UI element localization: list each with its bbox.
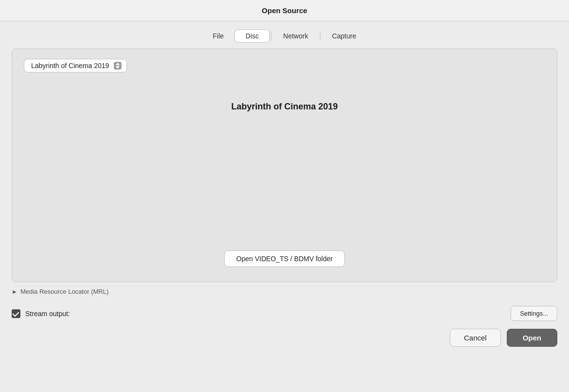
tab-disc[interactable]: Disc (234, 29, 270, 43)
dialog-content: File Disc Network Capture Labyrinth of C… (0, 21, 569, 392)
disc-dropdown[interactable]: Labyrinth of Cinema 2019 (24, 59, 127, 72)
stream-output-checkbox[interactable] (12, 309, 20, 318)
center-area: Labyrinth of Cinema 2019 Open VIDEO_TS /… (24, 87, 545, 267)
down-arrow-icon (116, 66, 120, 69)
open-button[interactable]: Open (507, 329, 557, 347)
tab-separator-2 (320, 32, 320, 40)
mrl-row[interactable]: ► Media Resource Locator (MRL) (12, 282, 557, 297)
main-panel: Labyrinth of Cinema 2019 Labyrinth of Ci… (12, 49, 557, 282)
open-folder-button[interactable]: Open VIDEO_TS / BDMV folder (224, 250, 345, 267)
stream-output-label: Stream output: (25, 310, 70, 318)
tab-separator-1 (271, 32, 271, 40)
disc-title-large: Labyrinth of Cinema 2019 (24, 102, 545, 112)
bottom-row: Stream output: Settings... (12, 297, 557, 329)
dropdown-row: Labyrinth of Cinema 2019 (24, 59, 545, 72)
cancel-button[interactable]: Cancel (450, 329, 501, 347)
dropdown-arrow-icon (114, 62, 122, 70)
stream-output-left: Stream output: (12, 309, 70, 318)
mrl-chevron-icon: ► (12, 288, 18, 295)
mrl-label: Media Resource Locator (MRL) (20, 288, 108, 295)
action-buttons: Cancel Open (12, 329, 557, 356)
tab-network[interactable]: Network (272, 30, 319, 42)
up-arrow-icon (116, 63, 120, 65)
title-bar: Open Source (0, 0, 569, 21)
tab-bar: File Disc Network Capture (202, 29, 367, 43)
settings-button[interactable]: Settings... (511, 306, 557, 321)
disc-dropdown-value: Labyrinth of Cinema 2019 (31, 62, 109, 70)
tab-file[interactable]: File (202, 30, 235, 42)
tab-capture[interactable]: Capture (321, 30, 367, 42)
dialog-title: Open Source (262, 6, 307, 15)
